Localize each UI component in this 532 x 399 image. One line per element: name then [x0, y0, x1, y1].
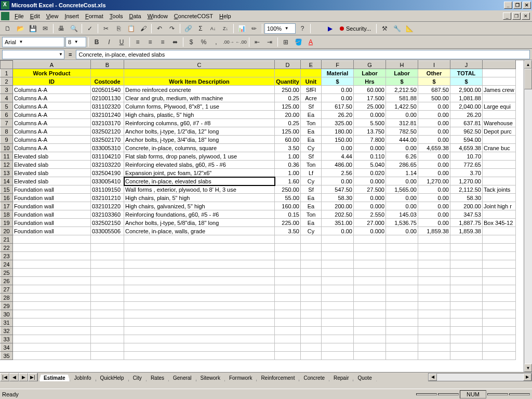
cell[interactable]: SfFl: [301, 86, 322, 94]
scroll-down-button[interactable]: ▼: [524, 364, 532, 372]
cell[interactable]: [13, 285, 91, 294]
column-header[interactable]: H: [386, 61, 418, 69]
cell[interactable]: Foundation wall: [13, 202, 91, 210]
cell[interactable]: Column forms, Plywood, 8"x8", 1 use: [124, 102, 275, 111]
format-painter-button[interactable]: 🖌: [138, 23, 149, 34]
cell[interactable]: 2,900.00: [450, 86, 483, 94]
cell[interactable]: 1,536.75: [386, 219, 418, 227]
row-header[interactable]: 10: [1, 144, 13, 152]
cell[interactable]: 4,659.38: [450, 144, 483, 152]
cell[interactable]: 032101220: [91, 202, 124, 210]
cell[interactable]: 0.000: [354, 227, 386, 235]
cell[interactable]: [483, 327, 516, 335]
row-header[interactable]: 30: [1, 310, 13, 318]
cell[interactable]: [322, 327, 354, 335]
cell[interactable]: [322, 277, 354, 285]
cell[interactable]: 0.00: [386, 111, 418, 119]
cell[interactable]: [322, 318, 354, 327]
cell[interactable]: [124, 269, 275, 277]
cell[interactable]: [483, 161, 516, 169]
name-box[interactable]: ▼: [2, 50, 64, 59]
doc-minimize-button[interactable]: _: [503, 12, 511, 20]
column-header[interactable]: G: [354, 61, 386, 69]
cell[interactable]: 125.00: [275, 102, 301, 111]
row-header[interactable]: 29: [1, 302, 13, 310]
cell[interactable]: High chairs, plastic, 5" high: [124, 111, 275, 119]
font-name-combo[interactable]: Arial ▼: [2, 37, 64, 47]
sheet-tab-general[interactable]: General: [168, 375, 196, 382]
cell[interactable]: Foundation wall: [13, 210, 91, 219]
cell[interactable]: Ea: [301, 111, 322, 119]
cell[interactable]: [301, 343, 322, 352]
column-header[interactable]: C: [124, 61, 275, 69]
cell[interactable]: Columns A-A: [13, 144, 91, 152]
cell[interactable]: [450, 277, 483, 285]
cell[interactable]: [13, 310, 91, 318]
font-color-button[interactable]: A: [305, 36, 316, 48]
cell[interactable]: [13, 352, 91, 360]
row-header[interactable]: 3: [1, 86, 13, 94]
cell[interactable]: Work Product: [13, 69, 91, 77]
cell[interactable]: Ton: [301, 210, 322, 219]
cell[interactable]: Ea: [301, 127, 322, 136]
cell[interactable]: [386, 294, 418, 302]
cell[interactable]: [91, 260, 124, 269]
cell[interactable]: 1,887.75: [450, 219, 483, 227]
cell[interactable]: [386, 318, 418, 327]
cell[interactable]: Columns A-A: [13, 86, 91, 94]
cell[interactable]: 325.00: [322, 119, 354, 127]
row-header[interactable]: 20: [1, 227, 13, 235]
cell[interactable]: [13, 302, 91, 310]
cell[interactable]: 617.50: [322, 102, 354, 111]
cell[interactable]: [483, 277, 516, 285]
cell[interactable]: [322, 244, 354, 252]
column-header[interactable]: D: [275, 61, 301, 69]
column-header[interactable]: F: [322, 61, 354, 69]
cell[interactable]: 0.00: [418, 119, 450, 127]
cell[interactable]: [418, 310, 450, 318]
cell[interactable]: Labor: [386, 69, 418, 77]
cell[interactable]: 60.00: [275, 136, 301, 144]
cell[interactable]: 4,659.38: [418, 144, 450, 152]
cell[interactable]: [91, 335, 124, 343]
cell[interactable]: Demo reinforced concrete: [124, 86, 275, 94]
cell[interactable]: Cy: [301, 144, 322, 152]
minimize-button[interactable]: _: [504, 2, 512, 9]
cell[interactable]: 772.65: [450, 161, 483, 169]
row-header[interactable]: 17: [1, 202, 13, 210]
row-header[interactable]: 7: [1, 119, 13, 127]
cell[interactable]: [354, 244, 386, 252]
cell[interactable]: [322, 252, 354, 260]
cell[interactable]: Sf: [301, 102, 322, 111]
cell[interactable]: $: [322, 77, 354, 86]
cell[interactable]: [386, 252, 418, 260]
cell[interactable]: Lf: [301, 169, 322, 177]
cell[interactable]: 0.00: [418, 185, 450, 194]
cell[interactable]: [418, 318, 450, 327]
scroll-up-button[interactable]: ▲: [524, 60, 532, 69]
cell[interactable]: [91, 285, 124, 294]
cell[interactable]: 2,040.00: [450, 102, 483, 111]
menu-window[interactable]: Window: [144, 12, 171, 20]
cell[interactable]: [91, 310, 124, 318]
scroll-thumb[interactable]: [524, 69, 532, 89]
row-header[interactable]: 32: [1, 327, 13, 335]
cell[interactable]: Columns A-A: [13, 111, 91, 119]
cell[interactable]: [13, 252, 91, 260]
cell[interactable]: [124, 335, 275, 343]
cell[interactable]: 17.500: [354, 94, 386, 102]
decrease-decimal-button[interactable]: ←.00: [235, 36, 247, 48]
font-size-combo[interactable]: 8 ▼: [65, 37, 86, 47]
cell[interactable]: [275, 269, 301, 277]
cell[interactable]: Elevated slab: [13, 169, 91, 177]
cell[interactable]: 125.00: [275, 127, 301, 136]
cell[interactable]: 351.00: [322, 219, 354, 227]
menu-tools[interactable]: Tools: [107, 12, 126, 20]
cell[interactable]: 0.000: [354, 111, 386, 119]
cell[interactable]: [483, 169, 516, 177]
cell[interactable]: [322, 343, 354, 352]
cell[interactable]: [124, 244, 275, 252]
menu-insert[interactable]: Insert: [61, 12, 82, 20]
cell[interactable]: High chairs, galvanized, 5" high: [124, 202, 275, 210]
cell[interactable]: 5.040: [354, 161, 386, 169]
